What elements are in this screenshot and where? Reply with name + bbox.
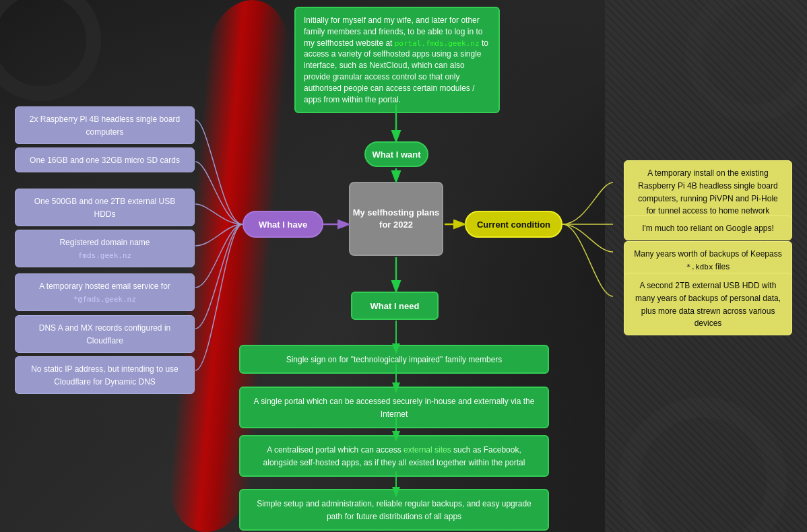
left-item-0: 2x Raspberry Pi 4B headless single board… (15, 106, 195, 144)
bottom-item-1: A single portal which can be accessed se… (239, 387, 549, 428)
right-item-0-text: A temporary install on the existing Rasp… (638, 168, 777, 215)
left-item-3: Registered domain namefmds.geek.nz (15, 230, 195, 267)
left-item-1-text: One 16GB and one 32GB micro SD cards (30, 156, 180, 165)
bottom-item-0-text: Single sign on for "technologically impa… (286, 355, 503, 364)
left-item-4-text: A temporary hosted email service for*@fm… (39, 281, 170, 304)
center-node-text: My selfhosting plans for 2022 (350, 207, 442, 231)
bottom-item-0: Single sign on for "technologically impa… (239, 345, 549, 374)
left-item-6: No static IP address, but intending to u… (15, 356, 195, 394)
current-condition-node: Current condition (465, 211, 562, 238)
what-i-have-label: What I have (259, 220, 307, 230)
portal-link: portal.fmds.geek.nz (395, 39, 480, 48)
right-item-1: I'm much too reliant on Google apps! (624, 215, 792, 240)
top-description-box: Initially for myself and my wife, and la… (294, 7, 500, 113)
current-condition-label: Current condition (477, 220, 550, 230)
left-item-1: One 16GB and one 32GB micro SD cards (15, 147, 195, 172)
bottom-item-1-text: A single portal which can be accessed se… (254, 397, 535, 419)
left-item-4: A temporary hosted email service for*@fm… (15, 273, 195, 311)
what-i-have-node: What I have (243, 211, 323, 238)
right-item-2-text: Many years worth of backups of Keepass *… (634, 249, 781, 271)
left-item-5: DNS A and MX records configured in Cloud… (15, 315, 195, 353)
right-item-3: A second 2TB external USB HDD with many … (624, 273, 792, 335)
bottom-item-3: Simple setup and administration, reliabl… (239, 489, 549, 531)
right-item-3-text: A second 2TB external USB HDD with many … (635, 281, 781, 328)
what-i-need-label: What I need (370, 301, 420, 311)
bottom-item-2: A centralised portal which can access ex… (239, 435, 549, 477)
what-i-want-label: What I want (372, 149, 420, 160)
left-item-5-text: DNS A and MX records configured in Cloud… (39, 323, 170, 345)
left-item-3-text: Registered domain namefmds.geek.nz (59, 238, 150, 260)
left-item-6-text: No static IP address, but intending to u… (31, 364, 179, 387)
right-item-0: A temporary install on the existing Rasp… (624, 160, 792, 223)
what-i-need-node: What I need (351, 292, 439, 320)
bottom-item-3-text: Simple setup and administration, reliabl… (257, 499, 531, 521)
left-item-0-text: 2x Raspberry Pi 4B headless single board… (30, 114, 180, 137)
right-item-1-text: I'm much too reliant on Google apps! (642, 224, 774, 233)
what-i-want-node: What I want (364, 141, 428, 167)
center-node: My selfhosting plans for 2022 (349, 182, 443, 256)
left-item-2-text: One 500GB and one 2TB external USB HDDs (34, 197, 175, 219)
bottom-item-2-text: A centralised portal which can access ex… (263, 445, 525, 467)
main-container: Initially for myself and my wife, and la… (0, 0, 807, 532)
top-description-text: Initially for myself and my wife, and la… (304, 15, 490, 105)
left-item-2: One 500GB and one 2TB external USB HDDs (15, 189, 195, 226)
